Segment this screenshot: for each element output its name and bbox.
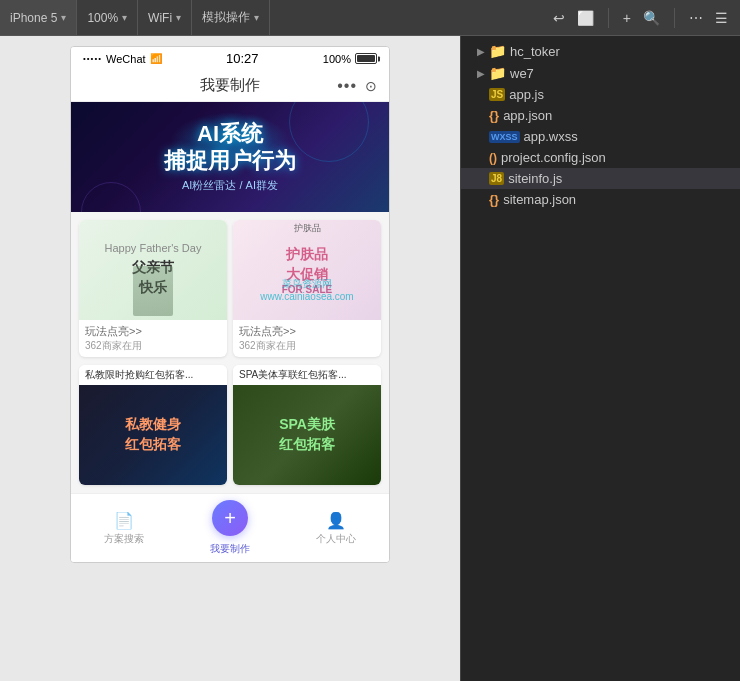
main-content: ••••• WeChat 📶 10:27 100% 我要制作 ••• ⊙ <box>0 36 740 681</box>
folder-chevron-icon: ▶ <box>477 46 485 57</box>
network-selector[interactable]: WiFi ▾ <box>138 0 192 35</box>
cards-grid-row1: Happy Father's Day 父亲节快乐 玩法点亮>> 362商家在用 <box>71 212 389 365</box>
nav-profile-label: 个人中心 <box>316 532 356 546</box>
card-spa-image: SPA美肤红包拓客 <box>233 385 381 485</box>
search-icon[interactable]: 🔍 <box>641 8 662 28</box>
banner-subtitle: AI粉丝雷达 / AI群发 <box>182 178 278 193</box>
more-icon[interactable]: ⋯ <box>687 8 705 28</box>
zoom-chevron-icon: ▾ <box>122 12 127 23</box>
phone-frame: ••••• WeChat 📶 10:27 100% 我要制作 ••• ⊙ <box>70 46 390 563</box>
folder-we7-chevron-icon: ▶ <box>477 68 485 79</box>
signal-dots: ••••• <box>83 54 102 63</box>
card-skincare-footer: 玩法点亮>> 362商家在用 <box>233 320 381 357</box>
skincare-small-title: 护肤品 <box>233 222 381 235</box>
network-label: WiFi <box>148 11 172 25</box>
banner-line2: 捕捉用户行为 <box>164 148 296 173</box>
card-fathers-day[interactable]: Happy Father's Day 父亲节快乐 玩法点亮>> 362商家在用 <box>79 220 227 357</box>
file-project-config-label: project.config.json <box>501 150 606 165</box>
file-app-json[interactable]: {} app.json <box>461 105 740 126</box>
file-panel: ▶ 📁 hc_toker ▶ 📁 we7 JS app.js {} app.js… <box>460 36 740 681</box>
fathers-small-text: Happy Father's Day <box>105 242 202 254</box>
phone-bottom-nav: 📄 方案搜索 + 我要制作 👤 个人中心 <box>71 493 389 562</box>
window-icon[interactable]: ⬜ <box>575 8 596 28</box>
folder-hc-toker-label: hc_toker <box>510 44 560 59</box>
nav-create-label: 我要制作 <box>210 542 250 556</box>
cards-grid-row2: 私教限时抢购红包拓客... 私教健身红包拓客 SPA美体享联红包拓客... SP… <box>71 365 389 493</box>
file-siteinfo-js-label: siteinfo.js <box>508 171 562 186</box>
wxss-icon-app: WXSS <box>489 131 520 143</box>
card-spa[interactable]: SPA美体享联红包拓客... SPA美肤红包拓客 <box>233 365 381 485</box>
file-app-js-label: app.js <box>509 87 544 102</box>
phone-banner: AI系统 捕捉用户行为 AI粉丝雷达 / AI群发 <box>71 102 389 212</box>
private-text: 私教健身红包拓客 <box>125 415 181 454</box>
file-tree: ▶ 📁 hc_toker ▶ 📁 we7 JS app.js {} app.js… <box>461 36 740 681</box>
file-sitemap-json-label: sitemap.json <box>503 192 576 207</box>
nav-item-create[interactable]: + 我要制作 <box>177 500 283 556</box>
add-icon[interactable]: + <box>621 8 633 28</box>
status-right: 100% <box>323 53 377 65</box>
zoom-selector[interactable]: 100% ▾ <box>77 0 138 35</box>
skincare-text: 护肤品大促销 <box>286 245 328 284</box>
nav-fab-button[interactable]: + <box>212 500 248 536</box>
back-icon[interactable]: ↩ <box>551 8 567 28</box>
banner-decoration-2 <box>81 182 141 212</box>
card-skincare-link: 玩法点亮>> <box>239 324 375 339</box>
json-icon-sitemap: {} <box>489 192 499 207</box>
phone-header: 我要制作 ••• ⊙ <box>71 70 389 102</box>
file-siteinfo-js[interactable]: J8 siteinfo.js <box>461 168 740 189</box>
nav-search-label: 方案搜索 <box>104 532 144 546</box>
json-icon-app: {} <box>489 108 499 123</box>
spa-text: SPA美肤红包拓客 <box>279 415 335 454</box>
battery-label: 100% <box>323 53 351 65</box>
folder-we7-label: we7 <box>510 66 534 81</box>
file-app-js[interactable]: JS app.js <box>461 84 740 105</box>
battery-fill <box>357 55 375 62</box>
device-chevron-icon: ▾ <box>61 12 66 23</box>
battery-icon <box>355 53 377 64</box>
wifi-icon: 📶 <box>150 53 162 64</box>
file-app-wxss[interactable]: WXSS app.wxss <box>461 126 740 147</box>
simulate-selector[interactable]: 模拟操作 ▾ <box>192 0 270 35</box>
js-icon-app: JS <box>489 88 505 101</box>
js-icon-siteinfo: J8 <box>489 172 504 185</box>
more-dots-icon[interactable]: ••• <box>337 77 357 95</box>
phone-header-icons: ••• ⊙ <box>337 77 377 95</box>
simulate-label: 模拟操作 <box>202 9 250 26</box>
card-fathers-footer: 玩法点亮>> 362商家在用 <box>79 320 227 357</box>
nav-profile-icon: 👤 <box>326 511 346 530</box>
banner-line1: AI系统 <box>197 121 263 146</box>
menu-icon[interactable]: ☰ <box>713 8 730 28</box>
card-fathers-count: 362商家在用 <box>85 339 221 353</box>
forsale-text: FOR SALE <box>282 284 333 295</box>
card-skincare-image: 护肤品 护肤品大促销 FOR SALE <box>233 220 381 320</box>
card-private-image: 私教健身红包拓客 <box>79 385 227 485</box>
banner-title: AI系统 捕捉用户行为 <box>164 121 296 174</box>
file-sitemap-json[interactable]: {} sitemap.json <box>461 189 740 210</box>
card-private-title: 私教限时抢购红包拓客... <box>79 365 227 385</box>
phone-status-bar: ••••• WeChat 📶 10:27 100% <box>71 47 389 70</box>
device-label: iPhone 5 <box>10 11 57 25</box>
folder-we7[interactable]: ▶ 📁 we7 <box>461 62 740 84</box>
file-app-wxss-label: app.wxss <box>524 129 578 144</box>
phone-panel: ••••• WeChat 📶 10:27 100% 我要制作 ••• ⊙ <box>0 36 460 681</box>
file-app-json-label: app.json <box>503 108 552 123</box>
card-fathers-image: Happy Father's Day 父亲节快乐 <box>79 220 227 320</box>
folder-hc-toker[interactable]: ▶ 📁 hc_toker <box>461 40 740 62</box>
banner-decoration-1 <box>289 102 369 162</box>
status-left: ••••• WeChat 📶 <box>83 53 162 65</box>
folder-icon-we7: 📁 <box>489 65 506 81</box>
folder-icon-hc-toker: 📁 <box>489 43 506 59</box>
card-skincare[interactable]: 护肤品 护肤品大促销 FOR SALE 菜鸟资源网www.cainiaosea.… <box>233 220 381 357</box>
file-project-config[interactable]: () project.config.json <box>461 147 740 168</box>
nav-item-profile[interactable]: 👤 个人中心 <box>283 511 389 546</box>
nav-item-search[interactable]: 📄 方案搜索 <box>71 511 177 546</box>
paren-icon-project: () <box>489 151 497 165</box>
card-private[interactable]: 私教限时抢购红包拓客... 私教健身红包拓客 <box>79 365 227 485</box>
wechat-label: WeChat <box>106 53 146 65</box>
scan-icon[interactable]: ⊙ <box>365 78 377 94</box>
simulate-chevron-icon: ▾ <box>254 12 259 23</box>
device-selector[interactable]: iPhone 5 ▾ <box>0 0 77 35</box>
card-fathers-link: 玩法点亮>> <box>85 324 221 339</box>
zoom-label: 100% <box>87 11 118 25</box>
status-time: 10:27 <box>226 51 259 66</box>
